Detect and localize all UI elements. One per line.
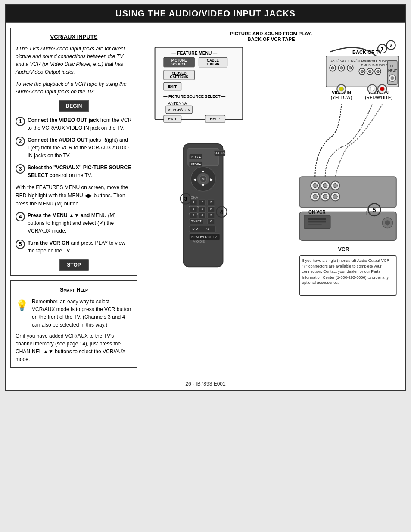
svg-text:BACK OF VCR TAPE: BACK OF VCR TAPE — [248, 37, 295, 42]
step-3-text: Select the "VCR/AUX" PIC-TURE SOURCE SEL… — [28, 164, 132, 179]
smart-help-box: Smart Help 💡 Remember, an easy way to se… — [10, 280, 137, 368]
svg-text:STOP■: STOP■ — [191, 163, 201, 166]
svg-text:ANTENNA: ANTENNA — [168, 101, 187, 106]
svg-text:9: 9 — [210, 214, 212, 217]
svg-text:2: 2 — [389, 43, 392, 48]
svg-text:ON VCR: ON VCR — [308, 210, 326, 215]
svg-text:TV: TV — [213, 236, 217, 239]
svg-text:▶: ▶ — [210, 177, 213, 182]
step-5-number: 5 — [16, 240, 25, 249]
step-2: 2 Connect the AUDIO OUT jacks R(ight) an… — [16, 136, 132, 159]
view-text: To view the playback of a VCR tape by us… — [16, 80, 132, 96]
step-1-bold: Connect the VIDEO OUT jack — [28, 117, 99, 123]
svg-text:SMART: SMART — [191, 220, 202, 223]
intro-text: TThe TV's Audio/Video Input jacks are fo… — [16, 45, 132, 76]
svg-text:✔ VCR/AUX: ✔ VCR/AUX — [168, 108, 190, 112]
step-3: 3 Select the "VCR/AUX" PIC-TURE SOURCE S… — [16, 164, 132, 179]
svg-point-133 — [323, 194, 327, 199]
step-2-text: Connect the AUDIO OUT jacks R(ight) and … — [28, 136, 132, 159]
svg-text:SET: SET — [206, 227, 213, 231]
stop-badge: STOP — [16, 259, 132, 271]
svg-point-17 — [361, 70, 363, 73]
svg-text:M  O  D  E: M O D E — [193, 240, 205, 243]
page-header: Using the Audio/Video Input Jacks — [6, 5, 405, 23]
svg-text:INPUT: INPUT — [388, 69, 397, 72]
smart-help-title: Smart Help — [16, 286, 132, 294]
content-area: VCR/AUX INPUTS TThe TV's Audio/Video Inp… — [6, 23, 405, 373]
smart-help-text2: Or if you have added VCR/AUX to the TV's… — [16, 332, 132, 363]
svg-text:SOURCE: SOURCE — [171, 62, 187, 66]
svg-point-13 — [349, 67, 352, 69]
svg-text:1: 1 — [381, 46, 383, 51]
step-4-number: 4 — [16, 212, 25, 221]
svg-text:▲: ▲ — [201, 169, 205, 173]
svg-text:RF: RF — [390, 65, 395, 68]
svg-text:3: 3 — [184, 196, 187, 202]
step-5-text: Turn the VCR ON and press PLAY to view t… — [28, 239, 132, 255]
right-column: PICTURE AND SOUND FROM PLAY- BACK OF VCR… — [137, 28, 401, 368]
svg-text:STATUS: STATUS — [214, 152, 225, 155]
svg-point-125 — [313, 184, 317, 188]
step-5: 5 Turn the VCR ON and press PLAY to view… — [16, 239, 132, 255]
svg-text:CL: CL — [208, 236, 212, 239]
svg-text:CH/V: CH/V — [191, 196, 198, 199]
page-title: Using the Audio/Video Input Jacks — [115, 9, 296, 18]
step-1-text: Connect the VIDEO OUT jack from the VCR … — [28, 116, 132, 132]
svg-text:VCR: VCR — [338, 246, 349, 252]
diagram-title: PICTURE AND SOUND FROM PLAY- — [230, 31, 312, 36]
svg-text:2: 2 — [202, 201, 203, 204]
svg-rect-114 — [308, 218, 326, 220]
vcr-aux-title: VCR/AUX INPUTS — [16, 33, 132, 41]
svg-point-21 — [377, 70, 379, 73]
left-column: VCR/AUX INPUTS TThe TV's Audio/Video Inp… — [10, 28, 137, 368]
svg-point-36 — [380, 87, 384, 91]
intro-text-content: TThe TV's Audio/Video Input jacks are fo… — [16, 46, 125, 75]
svg-text:HELP: HELP — [210, 117, 220, 121]
step-5-bold: Turn the VCR ON — [28, 240, 69, 246]
footer-text: 26 - IB7893 E001 — [185, 381, 225, 387]
smart-help-content: 💡 Remember, an easy way to select VCR/AU… — [16, 298, 132, 329]
svg-text:1: 1 — [193, 201, 194, 204]
step-1: 1 Connect the VIDEO OUT jack from the VC… — [16, 116, 132, 132]
svg-point-9 — [331, 67, 334, 69]
svg-text:PIP: PIP — [192, 227, 198, 231]
svg-text:— PICTURE SOURCE SELECT —: — PICTURE SOURCE SELECT — — [163, 94, 226, 99]
instruction-box: VCR/AUX INPUTS TThe TV's Audio/Video Inp… — [10, 28, 137, 276]
svg-rect-116 — [308, 224, 322, 224]
svg-text:PLAY▶: PLAY▶ — [191, 156, 201, 159]
svg-point-118 — [385, 220, 390, 225]
page: Using the Audio/Video Input Jacks VCR/AU… — [5, 4, 406, 391]
svg-text:4: 4 — [193, 208, 194, 211]
svg-text:☞: ☞ — [366, 208, 374, 218]
svg-text:8: 8 — [202, 214, 203, 217]
svg-text:7: 7 — [193, 214, 194, 217]
step-1-number: 1 — [16, 117, 25, 126]
svg-text:4: 4 — [220, 209, 223, 215]
step-4: 4 Press the MENU ▲▼ and MENU (M) buttons… — [16, 212, 132, 235]
step-4-bold: Press the MENU ▲▼ and — [28, 212, 90, 218]
svg-point-30 — [339, 87, 343, 91]
svg-point-127 — [323, 184, 327, 188]
svg-point-11 — [340, 67, 342, 69]
svg-text:▼: ▼ — [201, 183, 205, 187]
svg-text:◀: ◀ — [193, 177, 196, 182]
diagram-svg: PICTURE AND SOUND FROM PLAY- BACK OF VCR… — [142, 28, 401, 361]
svg-text:(YELLOW): (YELLOW) — [331, 95, 352, 100]
svg-rect-115 — [308, 221, 326, 222]
svg-text:BACK OF TV: BACK OF TV — [352, 50, 382, 55]
svg-point-26 — [391, 76, 394, 80]
page-footer: 26 - IB7893 E001 — [6, 377, 405, 390]
svg-text:VCR: VCR — [201, 236, 208, 239]
step-4-text: Press the MENU ▲▼ and MENU (M) buttons t… — [28, 212, 132, 235]
svg-text:TUNING: TUNING — [206, 62, 219, 66]
stop-button: STOP — [59, 259, 88, 271]
svg-text:CAPTIONS: CAPTIONS — [170, 75, 189, 79]
begin-badge: BEGIN — [16, 100, 132, 112]
begin-button: BEGIN — [59, 100, 89, 112]
smart-help-text1: Remember, an easy way to select VCR/AUX … — [32, 298, 132, 329]
svg-text:5: 5 — [202, 208, 203, 211]
svg-text:EXIT: EXIT — [168, 117, 177, 121]
svg-text:6: 6 — [210, 208, 212, 211]
svg-text:0: 0 — [210, 220, 212, 223]
svg-text:EXIT: EXIT — [168, 84, 177, 89]
